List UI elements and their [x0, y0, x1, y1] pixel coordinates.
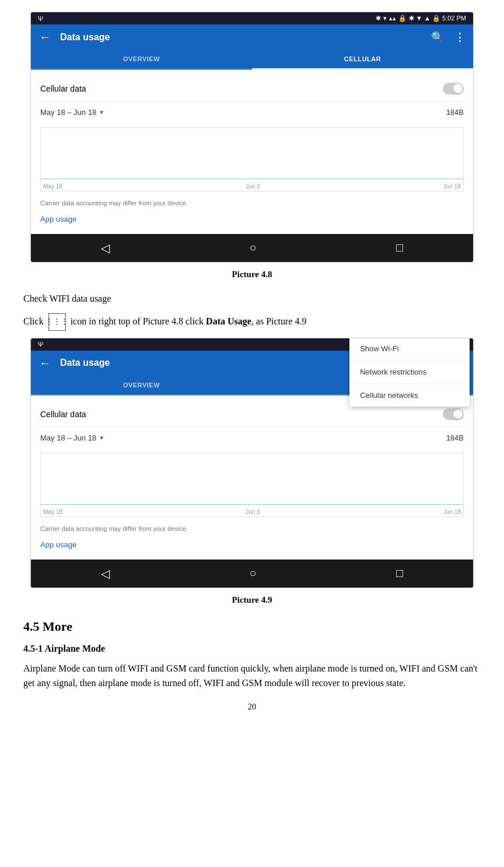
back-button-2[interactable]: ← — [39, 356, 51, 370]
wifi-icon: ▾ — [383, 15, 387, 22]
toolbar-actions-1: 🔍 ⋮ — [431, 31, 465, 44]
bottom-nav-1: ◁ ○ □ — [31, 234, 473, 262]
screen-content-1: Cellular data May 18 – Jun 18 ▼ 184B May… — [31, 70, 473, 234]
cellular-toggle-2[interactable] — [443, 408, 464, 420]
dropdown-item-network[interactable]: Network restrictions — [349, 361, 470, 384]
cellular-toggle-1[interactable] — [443, 83, 464, 95]
back-nav-icon-1[interactable]: ◁ — [101, 241, 110, 255]
date-range-text-1: May 18 – Jun 18 — [40, 108, 96, 117]
status-bar-right: ✱ ▾ ▴▴ 🔒 ✱ ▼ ▲ 🔒 5:02 PM — [376, 15, 466, 22]
chart-area-1: May 18 Jun 3 Jun 18 — [40, 127, 464, 191]
chart-date-mid-1: Jun 3 — [246, 183, 260, 190]
status-bar-left: Ψ — [38, 15, 43, 22]
date-range-text-2: May 18 – Jun 18 — [40, 433, 96, 442]
tab-overview-2[interactable]: OVERVIEW — [31, 376, 252, 394]
chart-date-start-1: May 18 — [43, 183, 62, 190]
time-display: ✱ ▼ ▲ 🔒 5:02 PM — [409, 15, 466, 22]
chart-line-2 — [41, 504, 463, 505]
as-picture-text: , as Picture 4.9 — [251, 316, 307, 326]
caption-1: Picture 4.8 — [23, 270, 481, 279]
chart-dates-1: May 18 Jun 3 Jun 18 — [41, 181, 463, 190]
signal-icon: ▴▴ — [389, 15, 396, 22]
tabs-row-1: OVERVIEW CELLULAR — [31, 50, 473, 70]
check-wifi-text: Check WIFI data usage — [23, 291, 481, 306]
sim-icon-2: Ψ — [38, 341, 43, 348]
home-nav-icon-1[interactable]: ○ — [249, 241, 256, 255]
chart-date-mid-2: Jun 3 — [246, 509, 260, 515]
carrier-note-1: Carrier data accounting may differ from … — [40, 196, 464, 210]
battery-icon: 🔒 — [398, 15, 407, 22]
cellular-data-row-1: Cellular data — [40, 76, 464, 102]
tab-overview-1[interactable]: OVERVIEW — [31, 50, 252, 69]
chart-dates-2: May 18 Jun 3 Jun 18 — [41, 506, 463, 515]
dropdown-menu: Restrict app background data Show Wi-Fi … — [349, 338, 470, 407]
screen-content-2: Cellular data May 18 – Jun 18 ▼ 184B May… — [31, 396, 473, 560]
recents-nav-icon-2[interactable]: □ — [396, 567, 403, 581]
back-button-1[interactable]: ← — [39, 30, 51, 44]
dropdown-item-cellular[interactable]: Cellular networks — [349, 384, 470, 407]
search-icon-1[interactable]: 🔍 — [431, 31, 444, 44]
app-toolbar-1: ← Data usage 🔍 ⋮ — [31, 25, 473, 50]
status-bar-1: Ψ ✱ ▾ ▴▴ 🔒 ✱ ▼ ▲ 🔒 5:02 PM — [31, 12, 473, 25]
more-icon-1[interactable]: ⋮ — [454, 31, 465, 44]
date-dropdown-arrow-2: ▼ — [99, 435, 104, 441]
date-range-label-2[interactable]: May 18 – Jun 18 ▼ — [40, 433, 104, 442]
recents-nav-icon-1[interactable]: □ — [396, 241, 403, 255]
chart-date-end-2: Jun 18 — [443, 509, 461, 515]
page-number: 20 — [23, 702, 481, 712]
airplane-paragraph: Airplane Mode can turn off WIFI and GSM … — [23, 661, 481, 691]
date-dropdown-arrow-1: ▼ — [99, 109, 104, 116]
airplane-mode-text: Airplane Mode can turn off WIFI and GSM … — [23, 661, 481, 691]
app-usage-link-2[interactable]: App usage — [40, 536, 464, 554]
icon-instruction-text: icon in right top of Picture 4.8 click — [71, 316, 204, 326]
sim-icon: Ψ — [38, 15, 43, 22]
screenshot-1: Ψ ✱ ▾ ▴▴ 🔒 ✱ ▼ ▲ 🔒 5:02 PM ← Data usage … — [30, 12, 474, 263]
date-range-row-1: May 18 – Jun 18 ▼ 184B — [40, 102, 464, 123]
data-size-1: 184B — [446, 108, 464, 117]
cellular-data-label-1: Cellular data — [40, 84, 86, 93]
click-instruction: Click ⋮⋮⋮ icon in right top of Picture 4… — [23, 313, 481, 331]
toolbar-title-1: Data usage — [60, 32, 431, 43]
click-label: Click — [23, 316, 44, 326]
carrier-note-2: Carrier data accounting may differ from … — [40, 522, 464, 536]
data-size-2: 184B — [446, 433, 464, 442]
chart-area-2: May 18 Jun 3 Jun 18 — [40, 453, 464, 517]
date-range-label-1[interactable]: May 18 – Jun 18 ▼ — [40, 108, 104, 117]
chart-date-start-2: May 18 — [43, 509, 62, 515]
status-bar-left-2: Ψ — [38, 341, 43, 348]
data-usage-bold: Data Usage — [206, 316, 251, 326]
cellular-data-label-2: Cellular data — [40, 410, 86, 419]
date-range-row-2: May 18 – Jun 18 ▼ 184B — [40, 428, 464, 448]
subsection-heading-451: 4.5-1 Airplane Mode — [23, 644, 481, 654]
section-heading-45: 4.5 More — [23, 619, 481, 634]
bluetooth-icon: ✱ — [376, 15, 381, 22]
dropdown-item-wifi[interactable]: Show Wi-Fi — [349, 338, 470, 361]
screenshot-2: Ψ ✱ ▾ ▴▴ 🔒 5:02 PM ← Data usage 🔍 ⋮ OVER… — [30, 338, 474, 588]
check-wifi-paragraph: Check WIFI data usage — [23, 291, 481, 306]
click-paragraph: Click ⋮⋮⋮ icon in right top of Picture 4… — [23, 313, 481, 331]
bottom-nav-2: ◁ ○ □ — [31, 560, 473, 588]
back-nav-icon-2[interactable]: ◁ — [101, 567, 110, 581]
app-usage-link-1[interactable]: App usage — [40, 210, 464, 228]
menu-icon-inline: ⋮⋮⋮ — [48, 313, 66, 331]
home-nav-icon-2[interactable]: ○ — [249, 567, 256, 581]
chart-line-1 — [41, 179, 463, 179]
caption-2: Picture 4.9 — [23, 595, 481, 605]
tab-cellular-1[interactable]: CELLULAR — [252, 50, 473, 70]
chart-date-end-1: Jun 18 — [443, 183, 461, 190]
